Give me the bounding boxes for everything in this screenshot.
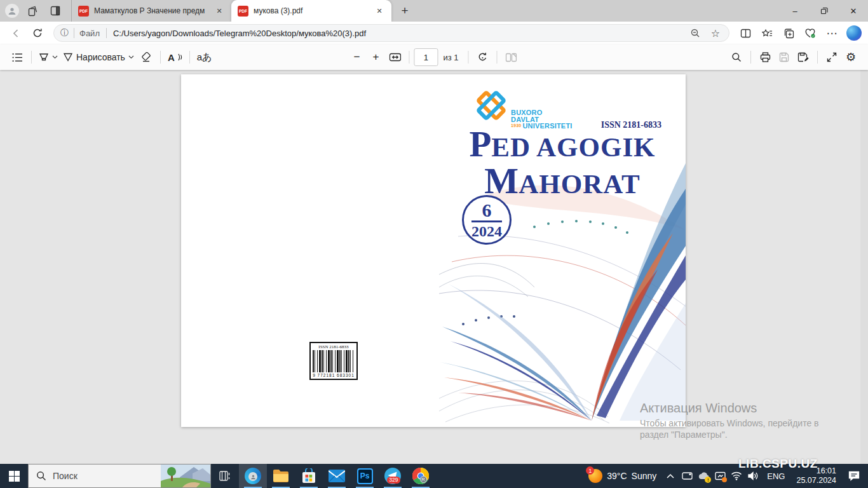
telegram-unread-badge: 329 — [387, 477, 400, 484]
taskbar-photoshop-icon[interactable]: Ps — [351, 464, 379, 488]
weather-condition: Sunny — [632, 471, 657, 481]
page-count-label: из 1 — [443, 53, 458, 62]
browser-essentials-icon[interactable] — [801, 24, 820, 42]
browser-tab-bar: PDF Маматкулов Р Значение предм ✕ PDF му… — [0, 0, 868, 22]
action-center-icon[interactable] — [843, 464, 865, 488]
barcode-digits: 9 772181 683301 — [313, 373, 355, 377]
fullscreen-icon[interactable] — [822, 48, 841, 67]
new-tab-button[interactable]: + — [395, 2, 414, 20]
save-icon[interactable] — [775, 48, 794, 67]
vertical-tabs-icon[interactable] — [23, 3, 42, 19]
clock-time: 16:01 — [817, 466, 836, 476]
profile-avatar[interactable] — [5, 4, 19, 18]
barcode-issn-label: ISSN 2181-6833 — [313, 344, 355, 349]
favorites-bar-icon[interactable] — [757, 24, 776, 42]
two-page-view-icon[interactable] — [502, 48, 521, 67]
onedrive-warning-badge: ! — [705, 477, 711, 483]
founded-year: 1930 — [511, 123, 521, 130]
taskbar-store-icon[interactable] — [295, 464, 323, 488]
window-controls: – ✕ — [780, 0, 868, 22]
restore-button[interactable] — [810, 0, 839, 22]
taskbar-weather-widget[interactable]: 1 39°C Sunny — [583, 469, 661, 483]
tab-title: мукова (3).pdf — [254, 6, 369, 15]
issue-year: 2024 — [471, 224, 502, 239]
fit-to-width-icon[interactable] — [385, 48, 404, 67]
read-aloud-button[interactable]: A — [165, 48, 185, 67]
save-as-icon[interactable] — [794, 48, 813, 67]
settings-gear-icon[interactable]: ⚙ — [841, 48, 860, 67]
journal-front-cover: BUXORO DAVLAT 1930 UNIVERSITETI ISSN 218… — [439, 74, 686, 427]
search-daily-image[interactable] — [161, 464, 210, 487]
page-number-input[interactable] — [414, 48, 438, 66]
taskbar-telegram-icon[interactable]: 329 — [379, 464, 407, 488]
university-logo: BUXORO DAVLAT 1930 UNIVERSITETI — [474, 88, 573, 130]
language-indicator[interactable]: ENG — [762, 471, 790, 481]
address-url[interactable]: C:/Users/yagon/Downloads/Telegram%20Desk… — [113, 29, 686, 38]
cast-device-icon[interactable] — [679, 464, 695, 488]
search-placeholder: Поиск — [53, 471, 161, 481]
tab-close-icon[interactable]: ✕ — [214, 5, 225, 17]
split-screen-icon[interactable] — [736, 24, 755, 42]
zoom-out-button[interactable]: − — [347, 48, 366, 67]
start-button[interactable] — [0, 464, 28, 488]
scrollbar-track[interactable] — [860, 70, 868, 464]
university-name-line3: UNIVERSITETI — [522, 123, 572, 130]
isbn-barcode: ISSN 2181-6833 9 772181 683301 — [309, 342, 358, 380]
tab-close-icon[interactable]: ✕ — [374, 5, 385, 17]
taskbar-edge-icon[interactable] — [239, 464, 267, 488]
address-bar[interactable]: ⓘ Файл C:/Users/yagon/Downloads/Telegram… — [53, 24, 729, 42]
sound-waves-icon — [178, 53, 182, 61]
copilot-icon[interactable] — [846, 25, 862, 41]
tab-actions-icon[interactable] — [46, 3, 65, 19]
chevron-down-icon — [128, 55, 134, 59]
toc-icon[interactable] — [8, 48, 27, 67]
file-scheme-label: Файл — [79, 29, 100, 38]
taskbar-chrome-icon[interactable]: R — [407, 464, 435, 488]
chrome-profile-badge: R — [420, 476, 427, 483]
tray-expand-chevron-icon[interactable] — [663, 464, 678, 488]
notification-dot — [722, 477, 727, 482]
weather-alert-badge: 1 — [586, 466, 594, 475]
refresh-icon[interactable] — [28, 24, 47, 42]
minimize-button[interactable]: – — [780, 0, 810, 22]
highlight-tool-button[interactable] — [36, 48, 60, 67]
more-menu-icon[interactable]: ⋯ — [822, 24, 841, 42]
taskbar-mail-icon[interactable] — [323, 464, 351, 488]
search-document-icon[interactable] — [727, 48, 746, 67]
close-window-button[interactable]: ✕ — [839, 0, 868, 22]
tab-active[interactable]: PDF мукова (3).pdf ✕ — [231, 0, 391, 22]
taskbar-file-explorer-icon[interactable] — [267, 464, 295, 488]
weather-sun-icon: 1 — [588, 469, 602, 483]
zoom-indicator-icon[interactable] — [686, 24, 705, 42]
person-icon — [8, 6, 17, 15]
taskbar-search-box[interactable]: Поиск — [28, 464, 211, 488]
pdf-file-icon: PDF — [238, 6, 248, 17]
lib-overlay-text: LIB.CSPU.UZ — [738, 457, 818, 471]
onedrive-icon[interactable]: ! — [696, 464, 711, 488]
edge-profile-icon — [250, 474, 256, 480]
task-view-button[interactable] — [211, 464, 239, 488]
display-settings-icon[interactable] — [712, 464, 728, 488]
print-icon[interactable] — [756, 48, 775, 67]
university-name-line1: BUXORO — [511, 109, 573, 116]
pdf-page: ISSN 2181-6833 9 772181 683301 — [181, 74, 686, 427]
pdf-toolbar: Нарисовать A aあ − + из 1 — [0, 44, 868, 70]
collections-icon[interactable] — [779, 24, 798, 42]
barcode-bars — [313, 350, 355, 372]
search-icon — [36, 471, 46, 481]
rotate-icon[interactable] — [473, 48, 492, 67]
journal-title: PEDAGOGIK MAHORAT — [439, 130, 686, 204]
tab-inactive[interactable]: PDF Маматкулов Р Значение предм ✕ — [71, 0, 231, 22]
translate-button[interactable]: aあ — [194, 48, 215, 67]
issue-badge: 6 2024 — [462, 195, 512, 245]
draw-tool-button[interactable]: Нарисовать — [60, 48, 137, 67]
favorite-star-icon[interactable]: ☆ — [706, 24, 725, 42]
zoom-in-button[interactable]: + — [366, 48, 385, 67]
chevron-down-icon — [52, 55, 58, 59]
pdf-viewer-canvas[interactable]: ISSN 2181-6833 9 772181 683301 — [0, 70, 868, 464]
erase-tool-button[interactable] — [137, 48, 156, 67]
screen: PDF Маматкулов Р Значение предм ✕ PDF му… — [0, 0, 868, 488]
back-icon[interactable] — [6, 24, 25, 42]
browser-nav-bar: ⓘ Файл C:/Users/yagon/Downloads/Telegram… — [0, 22, 868, 44]
page-info-icon[interactable]: ⓘ — [60, 27, 69, 39]
